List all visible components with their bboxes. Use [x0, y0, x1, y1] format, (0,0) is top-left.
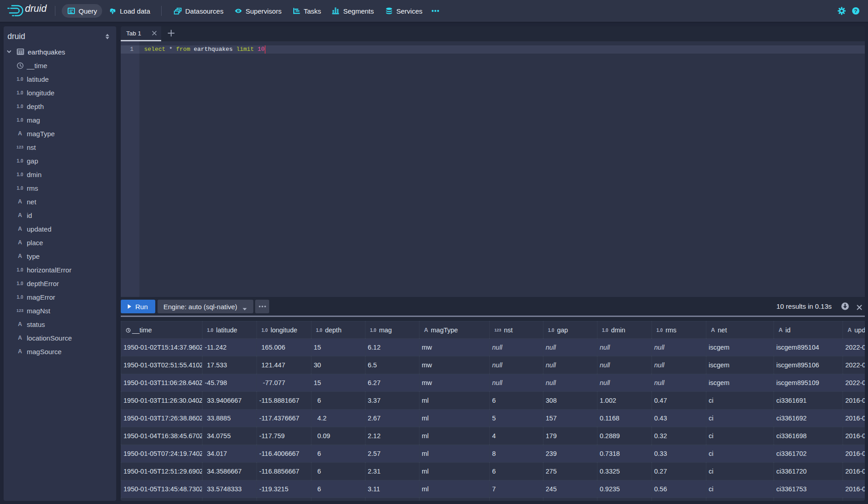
svg-text:?: ?	[854, 8, 857, 14]
